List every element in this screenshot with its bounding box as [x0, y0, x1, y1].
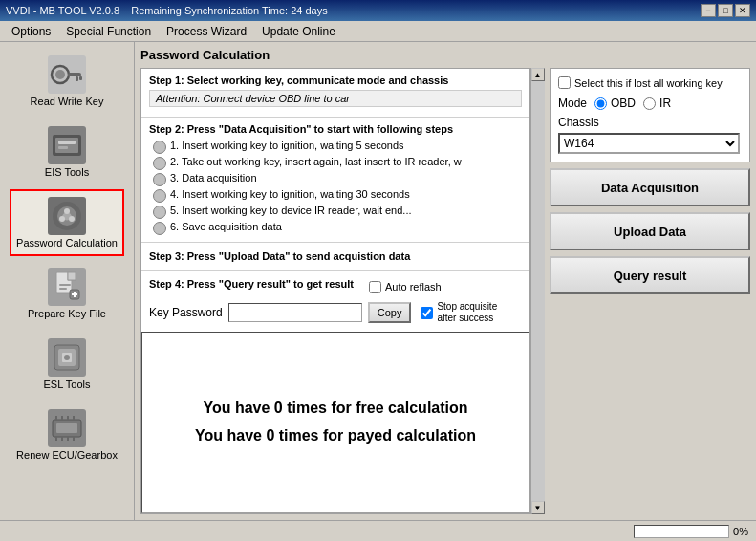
copy-button[interactable]: Copy: [368, 302, 412, 323]
key-password-input[interactable]: [228, 303, 362, 322]
svg-rect-6: [55, 138, 78, 153]
scroll-down-button[interactable]: ▼: [531, 501, 545, 514]
minimize-button[interactable]: −: [701, 4, 716, 17]
bullet-icon: [153, 157, 166, 170]
autoflash-label: Auto reflash: [385, 281, 442, 292]
menu-bar: Options Special Function Process Wizard …: [0, 21, 756, 42]
mode-row: Mode OBD IR: [558, 97, 742, 110]
bullet-icon: [153, 206, 166, 219]
mode-ir-radio[interactable]: [643, 97, 656, 110]
svg-rect-26: [56, 423, 77, 433]
sidebar-item-eis-tools[interactable]: EIS Tools: [10, 119, 124, 185]
list-item: 5. Insert working key to device IR reade…: [153, 204, 522, 220]
pwd-icon: [48, 197, 86, 235]
content-area: Password Calculation Step 1: Select work…: [135, 42, 756, 520]
title-bar: VVDI - MB TOOL V2.0.8 Remaining Synchron…: [0, 0, 756, 21]
esl-svg: [49, 339, 85, 376]
progress-bar-outer: [634, 525, 729, 538]
mode-ir-label: IR: [659, 97, 671, 110]
key-password-label: Key Password: [149, 306, 223, 319]
calc-text: You have 0 times for free calculation Yo…: [195, 395, 476, 450]
sidebar-label-eis-tools: EIS Tools: [45, 166, 89, 178]
list-item: 1. Insert working key to ignition, waiti…: [153, 139, 522, 155]
mode-obd-label: OBD: [611, 97, 636, 110]
svg-point-24: [64, 355, 70, 360]
step3-header: Step 3: Press "Upload Data" to send acqu…: [149, 250, 522, 262]
prepare-svg: [49, 269, 85, 305]
step4-header: Step 4: Press "Query result" to get resu…: [149, 278, 354, 290]
menu-special-function[interactable]: Special Function: [58, 23, 159, 40]
pwd-svg: [49, 198, 85, 234]
step1-section: Step 1: Select working key, communicate …: [141, 69, 529, 118]
progress-label: 0%: [733, 526, 748, 537]
bullet-icon: [153, 189, 166, 203]
sidebar-label-renew-ecu-gearbox: Renew ECU/Gearbox: [16, 449, 118, 461]
svg-rect-16: [59, 284, 71, 286]
select-all-checkbox[interactable]: [558, 76, 571, 89]
stop-label: Stop acquisite after success: [437, 301, 513, 324]
upload-data-button[interactable]: Upload Data: [550, 212, 750, 250]
bullet-icon: [153, 222, 166, 235]
autoflash-checkbox[interactable]: [369, 281, 381, 293]
select-all-label: Select this if lost all working key: [574, 77, 723, 89]
menu-update-online[interactable]: Update Online: [254, 23, 343, 40]
svg-point-11: [64, 208, 70, 214]
list-item: 4. Insert working key to ignition, waiti…: [153, 187, 522, 204]
step2-header: Step 2: Press "Data Acquisition" to star…: [149, 123, 522, 135]
key-svg: [49, 56, 85, 93]
prepare-icon: [48, 268, 86, 306]
right-top-controls: Select this if lost all working key Mode…: [550, 68, 750, 162]
sidebar-item-password-calculation[interactable]: Password Calculation: [10, 189, 124, 256]
scroll-up-button[interactable]: ▲: [531, 68, 545, 81]
list-item: 6. Save acquisition data: [153, 220, 522, 236]
bullet-icon: [153, 173, 166, 186]
menu-options[interactable]: Options: [4, 23, 58, 40]
mode-obd-group: OBD: [594, 97, 636, 110]
autoflash-row: Auto reflash: [369, 281, 442, 293]
sidebar-label-prepare-key-file: Prepare Key File: [28, 308, 106, 319]
bullet-icon: [153, 141, 166, 154]
sidebar-item-prepare-key-file[interactable]: Prepare Key File: [10, 260, 124, 327]
svg-point-12: [69, 216, 75, 222]
stop-row: Stop acquisite after success: [421, 301, 513, 324]
sidebar-label-password-calculation: Password Calculation: [16, 237, 118, 249]
menu-process-wizard[interactable]: Process Wizard: [159, 23, 254, 40]
title-bar-text: VVDI - MB TOOL V2.0.8 Remaining Synchron…: [6, 5, 328, 16]
section-title: Password Calculation: [140, 48, 750, 62]
step1-note: Attention: Connect device OBD line to ca…: [149, 90, 522, 107]
sidebar: Read Write Key EIS Tools: [0, 42, 135, 520]
stop-checkbox[interactable]: [421, 307, 433, 319]
svg-rect-15: [68, 272, 76, 280]
mode-obd-radio[interactable]: [594, 97, 607, 110]
ecu-icon: [48, 409, 86, 447]
svg-rect-4: [79, 76, 82, 80]
svg-rect-2: [68, 73, 81, 76]
select-all-row: Select this if lost all working key: [558, 76, 742, 89]
sidebar-item-esl-tools[interactable]: ESL Tools: [10, 331, 124, 398]
close-button[interactable]: ✕: [735, 4, 750, 17]
progress-container: 0%: [634, 525, 748, 538]
status-bar: 0%: [0, 520, 756, 541]
scroll-track[interactable]: [531, 81, 545, 501]
query-result-button[interactable]: Query result: [550, 256, 750, 294]
data-acquisition-button[interactable]: Data Acquisition: [550, 168, 750, 206]
window-controls: − □ ✕: [701, 4, 750, 17]
sidebar-label-esl-tools: ESL Tools: [44, 379, 91, 390]
svg-point-13: [59, 216, 65, 222]
svg-rect-7: [58, 141, 76, 144]
key-icon: [48, 55, 86, 94]
mode-ir-group: IR: [643, 97, 671, 110]
sidebar-item-read-write-key[interactable]: Read Write Key: [10, 48, 124, 115]
step2-list: 1. Insert working key to ignition, waiti…: [149, 139, 522, 236]
step1-header: Step 1: Select working key, communicate …: [149, 75, 522, 86]
calc-area: You have 0 times for free calculation Yo…: [141, 332, 529, 513]
main-container: Read Write Key EIS Tools: [0, 42, 756, 520]
sidebar-label-read-write-key: Read Write Key: [31, 96, 104, 107]
step3-section: Step 3: Press "Upload Data" to send acqu…: [141, 243, 529, 270]
chassis-select[interactable]: W164 W124 W163 W168 W169 W202 W203: [558, 133, 740, 154]
sidebar-item-renew-ecu-gearbox[interactable]: Renew ECU/Gearbox: [10, 401, 124, 468]
svg-rect-17: [59, 288, 67, 290]
ecu-svg: [49, 410, 85, 446]
maximize-button[interactable]: □: [718, 4, 733, 17]
right-panel: Select this if lost all working key Mode…: [550, 68, 750, 514]
